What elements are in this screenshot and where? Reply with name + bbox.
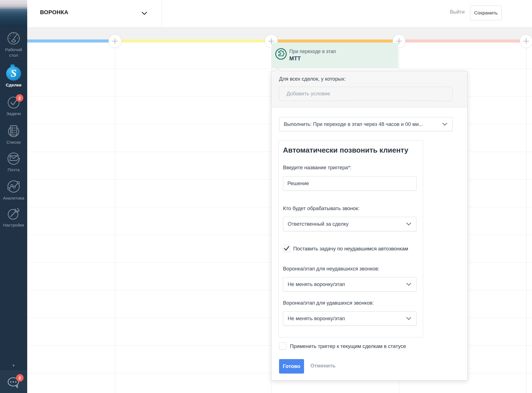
dashboard-icon [7, 31, 21, 45]
plus-icon [523, 38, 530, 44]
trigger-puzzle-icon [275, 48, 287, 60]
chevron-down-icon [442, 123, 447, 126]
column-border [115, 39, 115, 393]
pipeline-header-strip [27, 27, 532, 39]
sidebar-item-desktop[interactable]: Рабочий стол [0, 31, 27, 58]
column-border [526, 39, 526, 393]
chevron-down-icon [406, 283, 411, 286]
trigger-name-label: Введите название триггера*: [283, 165, 352, 171]
sidebar: Рабочий стол S Сделки 2 Задачи [0, 0, 27, 393]
sidebar-item-lists[interactable]: Списки [0, 124, 27, 145]
fail-funnel-select[interactable]: Не менять воронку/этап [283, 277, 416, 292]
stage-bar-orange [271, 39, 399, 43]
sidebar-collapse-button[interactable]: ▼ [0, 364, 27, 368]
add-condition-placeholder: Добавить условие [287, 91, 330, 97]
cancel-button[interactable]: Отменить [310, 363, 335, 369]
chat-badge: 2 [16, 374, 24, 382]
chevron-down-icon [142, 12, 147, 15]
trigger-name-input[interactable]: Решение [283, 176, 416, 191]
sidebar-item-mail[interactable]: Почта [0, 151, 27, 173]
execute-select[interactable]: Выполнить: При переходе в этап через 48 … [279, 117, 453, 131]
trigger-form-title: Автоматически позвонить клиенту [283, 146, 408, 155]
plus-icon [112, 38, 118, 44]
tasks-badge: 2 [16, 94, 23, 102]
trigger-settings-popup: Для всех сделок, у которых: Добавить усл… [271, 71, 468, 380]
trigger-card-name: МТТ [289, 55, 301, 62]
condition-section: Для всех сделок, у которых: Добавить усл… [272, 71, 467, 108]
success-funnel-select[interactable]: Не менять воронку/этап [283, 311, 416, 326]
trigger-card[interactable]: При переходе в этап МТТ [272, 43, 398, 68]
trigger-card-description: При переходе в этап [289, 49, 336, 54]
apply-to-current-deals-checkbox[interactable] [279, 342, 286, 350]
failed-calls-task-label: Поставить задачу по неудавшимся автозвон… [293, 246, 408, 252]
sidebar-item-analytics[interactable]: Аналитика [0, 179, 27, 201]
sidebar-item-deals[interactable]: S Сделки [0, 64, 27, 88]
lists-icon [7, 124, 21, 138]
chevron-down-icon [406, 223, 411, 226]
call-handler-select[interactable]: Ответственный за сделку [283, 217, 416, 231]
stage-bar-blue [27, 39, 115, 43]
call-handler-label: Кто будет обрабатывать звонок: [283, 205, 360, 212]
exit-button[interactable]: Выйти [450, 9, 465, 15]
top-bar: ВОРОНКА Выйти Сохранить [0, 0, 532, 27]
sidebar-item-settings[interactable]: Настройки [0, 207, 27, 228]
stage-bar-pink [399, 39, 526, 43]
success-funnel-label: Воронка/этап для удавшихся звонков: [283, 300, 374, 306]
condition-label: Для всех сделок, у которых: [279, 76, 346, 82]
save-button[interactable]: Сохранить [470, 6, 502, 20]
analytics-icon [6, 179, 21, 194]
row-line [27, 69, 532, 69]
add-stage-button[interactable] [109, 35, 121, 48]
sidebar-item-tasks[interactable]: 2 Задачи [0, 96, 27, 116]
settings-icon [7, 207, 21, 221]
page-title: ВОРОНКА [40, 9, 68, 16]
chat-button[interactable]: 2 [0, 370, 27, 393]
fail-funnel-label: Воронка/этап для неудавшихся звонков: [283, 266, 379, 272]
done-button[interactable]: Готово [279, 359, 304, 374]
account-photo[interactable] [0, 0, 27, 27]
stage-bar-yellow [115, 39, 271, 43]
funnel-selector[interactable]: ВОРОНКА [27, 0, 162, 27]
chevron-down-icon [406, 317, 411, 320]
checkmark-icon [284, 246, 289, 251]
apply-to-current-deals-label: Применить триггер к текущим сделкам в ст… [290, 343, 406, 349]
trigger-form-card: Автоматически позвонить клиенту Введите … [278, 140, 423, 337]
mail-icon [6, 151, 21, 165]
deals-icon: S [6, 64, 21, 81]
failed-calls-task-checkbox[interactable] [283, 245, 290, 252]
add-condition-input[interactable]: Добавить условие [279, 87, 453, 101]
add-stage-button[interactable] [520, 35, 532, 48]
